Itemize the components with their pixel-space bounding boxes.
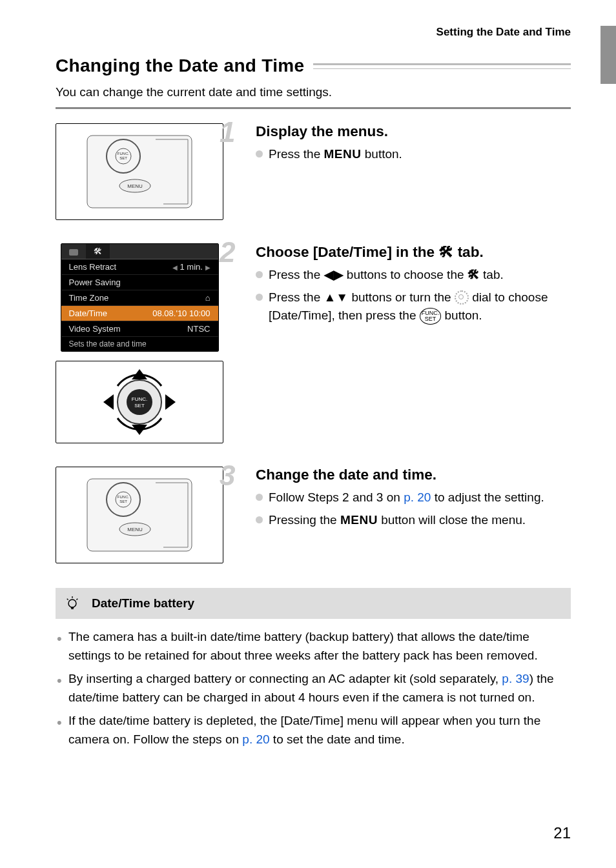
menu-label: Time Zone	[69, 293, 109, 303]
svg-point-22	[68, 600, 76, 607]
svg-text:SET: SET	[134, 403, 145, 409]
lead-paragraph: You can change the current date and time…	[56, 85, 571, 99]
menu-label: Video System	[69, 324, 121, 334]
menu-row-selected: Date/Time 08.08.'10 10:00	[61, 306, 218, 321]
svg-marker-10	[165, 394, 176, 410]
step-2-title: Choose [Date/Time] in the 🛠 tab.	[241, 243, 571, 261]
text: button will close the menu.	[378, 513, 526, 527]
menu-value: 08.08.'10 10:00	[152, 308, 210, 318]
illustration-control-dial: FUNC. SET	[56, 361, 223, 443]
left-right-icon: ◀▶	[324, 268, 344, 281]
heading-rule	[313, 63, 571, 69]
running-head: Setting the Date and Time	[56, 26, 571, 39]
text: to set the date and time.	[270, 732, 405, 746]
svg-rect-15	[87, 479, 192, 551]
menu-value: ◀ 1 min. ▶	[172, 262, 210, 272]
lightbulb-icon	[65, 596, 80, 611]
page-number: 21	[553, 824, 571, 842]
page-link-39[interactable]: p. 39	[502, 672, 529, 685]
illustration-setup-menu: 🛠 Lens Retract ◀ 1 min. ▶ Power Saving T…	[61, 243, 219, 352]
svg-text:MENU: MENU	[127, 183, 143, 189]
text: Follow Steps 2 and 3 on	[269, 490, 404, 504]
menu-tab-camera-icon	[61, 244, 86, 259]
menu-tab-setup-icon: 🛠	[86, 244, 110, 259]
svg-point-12	[127, 389, 152, 415]
tip-item-c: If the date/time battery is depleted, th…	[68, 712, 571, 754]
menu-row: Lens Retract ◀ 1 min. ▶	[61, 259, 218, 275]
heading-changing-date-time: Changing the Date and Time	[56, 56, 304, 76]
illustration-camera-back-menu: FUNC. SET MENU	[56, 123, 223, 220]
text: Press the	[269, 268, 324, 281]
step-2-line-b: Press the ▲▼ buttons or turn the dial to…	[256, 288, 571, 325]
illustration-camera-back-menu-2: FUNC. SET MENU	[56, 467, 223, 563]
text: Choose [Date/Time] in the	[256, 244, 438, 260]
text: Press the	[269, 147, 324, 161]
text: button.	[362, 147, 402, 161]
page-link-20-b[interactable]: p. 20	[242, 732, 269, 746]
camera-back-sketch: FUNC. SET MENU	[85, 476, 194, 554]
wrench-icon: 🛠	[438, 243, 453, 261]
tip-item-b: By inserting a charged battery or connec…	[68, 670, 571, 712]
menu-footer: Sets the date and time	[61, 337, 218, 351]
text: buttons or turn the	[348, 290, 455, 304]
menu-value: NTSC	[187, 324, 210, 334]
svg-text:SET: SET	[119, 500, 127, 503]
step-3-title: Change the date and time.	[241, 467, 571, 483]
tip-header: Date/Time battery	[56, 588, 571, 619]
menu-row: Power Saving	[61, 275, 218, 290]
text: to adjust the setting.	[431, 490, 544, 504]
text: tab.	[480, 268, 504, 281]
control-dial-sketch: FUNC. SET	[94, 367, 185, 438]
svg-text:SET: SET	[119, 156, 127, 160]
section-side-tab	[601, 26, 616, 84]
text: Pressing the	[269, 513, 340, 527]
step-1: FUNC. SET MENU 1 Display the menus. Pres…	[56, 123, 571, 229]
control-dial-icon	[455, 290, 469, 305]
wrench-icon: 🛠	[467, 266, 480, 285]
step-2-line-a: Press the ◀▶ buttons to choose the 🛠 tab…	[256, 266, 571, 285]
text: tab.	[453, 244, 483, 260]
step-2: 🛠 Lens Retract ◀ 1 min. ▶ Power Saving T…	[56, 243, 571, 452]
svg-text:MENU: MENU	[127, 527, 143, 532]
up-down-icon: ▲▼	[324, 290, 349, 304]
svg-text:FUNC.: FUNC.	[118, 495, 130, 499]
text: Press the	[269, 290, 324, 304]
menu-label: Lens Retract	[69, 262, 117, 272]
menu-label: Power Saving	[69, 278, 121, 287]
step-number-3: 3	[220, 461, 235, 490]
step-3: FUNC. SET MENU 3 Change the date and tim…	[56, 467, 571, 572]
tip-item-a: The camera has a built-in date/time batt…	[68, 628, 571, 670]
page-link-20[interactable]: p. 20	[404, 490, 431, 504]
svg-marker-9	[103, 394, 114, 410]
menu-button-glyph: MENU	[340, 513, 378, 527]
step-1-title: Display the menus.	[241, 123, 571, 140]
menu-value: ⌂	[205, 293, 210, 303]
menu-row: Video System NTSC	[61, 321, 218, 337]
menu-row: Time Zone ⌂	[61, 290, 218, 306]
text: buttons to choose the	[344, 268, 467, 281]
text: By inserting a charged battery or connec…	[68, 672, 502, 685]
step-number-1: 1	[220, 118, 235, 146]
step-number-2: 2	[220, 238, 235, 267]
step-3-line-a: Follow Steps 2 and 3 on p. 20 to adjust …	[256, 489, 571, 507]
svg-text:FUNC.: FUNC.	[118, 152, 130, 156]
step-1-line-a: Press the MENU button.	[256, 145, 571, 164]
menu-button-glyph: MENU	[324, 147, 362, 161]
menu-label: Date/Time	[69, 308, 107, 318]
divider	[56, 107, 571, 109]
camera-back-sketch: FUNC. SET MENU	[85, 133, 194, 210]
svg-text:FUNC.: FUNC.	[132, 396, 147, 402]
svg-rect-0	[87, 136, 192, 208]
step-3-line-b: Pressing the MENU button will close the …	[256, 511, 571, 530]
tip-title: Date/Time battery	[92, 596, 194, 611]
func-set-icon: FUNC.SET	[420, 308, 442, 325]
text: button.	[441, 308, 482, 322]
